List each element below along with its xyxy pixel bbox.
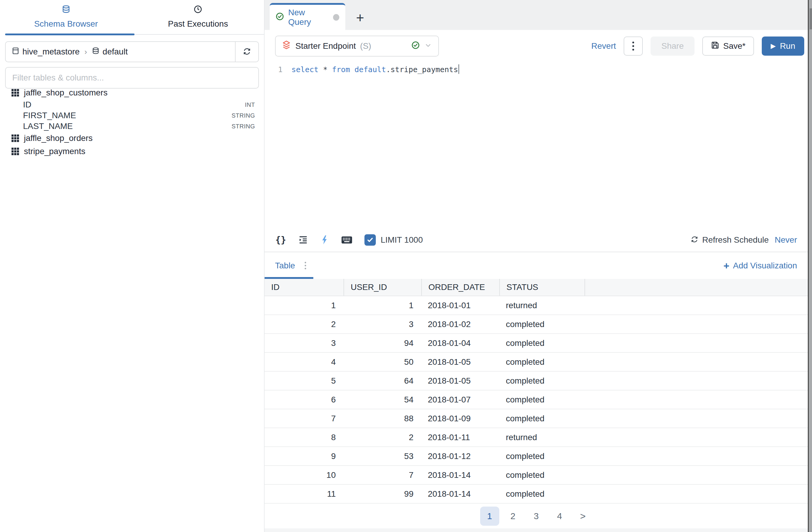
- refresh-schedule-value[interactable]: Never: [774, 235, 797, 245]
- page-button-4[interactable]: 4: [550, 507, 569, 526]
- table-row[interactable]: 232018-01-02completed: [265, 315, 808, 334]
- column-header-ID[interactable]: ID: [265, 279, 344, 296]
- query-actions: Revert Share Save* ▶: [591, 37, 804, 56]
- column-header-USER_ID[interactable]: USER_ID: [344, 279, 421, 296]
- table-cell: 99: [344, 489, 421, 499]
- indent-icon[interactable]: [298, 235, 308, 245]
- tab-past-executions[interactable]: Past Executions: [132, 0, 264, 33]
- table-row[interactable]: 112018-01-01returned: [265, 296, 808, 315]
- new-tab-button[interactable]: +: [356, 11, 364, 25]
- tab-past-executions-label: Past Executions: [168, 19, 228, 29]
- format-query-icon[interactable]: {}: [275, 235, 286, 245]
- code-token: *: [323, 65, 328, 74]
- table-row[interactable]: 11992018-01-14completed: [265, 485, 808, 504]
- column-type: INT: [245, 101, 255, 108]
- table-cell: completed: [499, 338, 584, 348]
- keyboard-shortcuts-icon[interactable]: [341, 235, 352, 245]
- column-item-ID[interactable]: IDINT: [0, 99, 264, 110]
- table-item-stripe_payments[interactable]: stripe_payments: [0, 145, 264, 158]
- refresh-schedule-label: Refresh Schedule: [702, 235, 769, 245]
- table-name: stripe_payments: [24, 146, 85, 156]
- revert-link[interactable]: Revert: [591, 41, 616, 51]
- column-item-LAST_NAME[interactable]: LAST_NAMESTRING: [0, 121, 264, 132]
- tab-new-query[interactable]: New Query: [270, 3, 345, 30]
- table-cell: 9: [265, 451, 344, 461]
- scrollbar-thumb[interactable]: [810, 9, 812, 29]
- schema-tree: jaffle_shop_customersIDINTFIRST_NAMESTRI…: [0, 86, 264, 158]
- column-item-FIRST_NAME[interactable]: FIRST_NAMESTRING: [0, 110, 264, 121]
- table-row[interactable]: 7882018-01-09completed: [265, 409, 808, 428]
- table-cell: 2018-01-04: [421, 338, 499, 348]
- table-grid-icon: [11, 134, 20, 143]
- table-row[interactable]: 3942018-01-04completed: [265, 334, 808, 353]
- run-button-label: Run: [780, 41, 795, 51]
- table-cell: 2018-01-14: [421, 489, 499, 499]
- table-cell: 2018-01-07: [421, 395, 499, 405]
- table-row[interactable]: 9532018-01-12completed: [265, 447, 808, 466]
- table-cell: 1: [344, 301, 421, 310]
- table-item-jaffle_shop_customers[interactable]: jaffle_shop_customers: [0, 86, 264, 99]
- column-header-ORDER_DATE[interactable]: ORDER_DATE: [421, 279, 499, 296]
- results-table: IDUSER_IDORDER_DATESTATUS112018-01-01ret…: [265, 279, 808, 504]
- lightning-icon[interactable]: [320, 235, 329, 245]
- next-page-button[interactable]: >: [574, 507, 593, 526]
- tab-table-results[interactable]: Table: [275, 261, 295, 270]
- table-name: jaffle_shop_customers: [24, 88, 107, 98]
- database-icon: [62, 5, 71, 16]
- endpoint-selector[interactable]: Starter Endpoint (S): [275, 36, 439, 57]
- results-header: Table + Add Visualization: [265, 252, 808, 279]
- column-header-STATUS[interactable]: STATUS: [499, 279, 584, 296]
- table-cell: 11: [265, 489, 344, 499]
- table-tab-menu-icon[interactable]: [305, 262, 306, 269]
- run-button[interactable]: ▶ Run: [762, 37, 804, 56]
- database-icon: [92, 47, 100, 57]
- page-button-3[interactable]: 3: [527, 507, 546, 526]
- more-actions-button[interactable]: [624, 37, 643, 56]
- table-cell: 5: [265, 376, 344, 386]
- code-token: from: [332, 65, 350, 74]
- limit-toggle[interactable]: LIMIT 1000: [364, 234, 423, 246]
- table-row[interactable]: 4502018-01-05completed: [265, 353, 808, 372]
- tab-schema-browser[interactable]: Schema Browser: [0, 0, 132, 33]
- limit-checkbox[interactable]: [364, 234, 376, 246]
- code-token: default: [354, 65, 386, 74]
- sidebar-tabs: Schema Browser Past Executions: [0, 0, 264, 35]
- table-cell: completed: [499, 395, 584, 405]
- table-row[interactable]: 5642018-01-05completed: [265, 372, 808, 391]
- code-token: [328, 65, 332, 74]
- page-button-1[interactable]: 1: [480, 507, 499, 526]
- code-token: [318, 65, 323, 74]
- add-visualization-button[interactable]: + Add Visualization: [724, 261, 797, 270]
- endpoint-stack-icon: [281, 40, 291, 52]
- add-visualization-label: Add Visualization: [733, 261, 797, 270]
- query-header: Starter Endpoint (S) Revert: [265, 35, 808, 57]
- table-grid-icon: [11, 88, 20, 97]
- breadcrumb-schema[interactable]: default: [92, 47, 128, 57]
- table-cell: 1: [265, 301, 344, 310]
- table-cell: 2018-01-12: [421, 451, 499, 461]
- save-button[interactable]: Save*: [702, 37, 754, 56]
- table-cell: 7: [344, 470, 421, 480]
- table-row[interactable]: 822018-01-11returned: [265, 428, 808, 447]
- table-row[interactable]: 1072018-01-14completed: [265, 466, 808, 485]
- page-button-2[interactable]: 2: [504, 507, 523, 526]
- table-cell: 94: [344, 338, 421, 348]
- table-item-jaffle_shop_orders[interactable]: jaffle_shop_orders: [0, 132, 264, 145]
- tab-schema-browser-label: Schema Browser: [34, 19, 98, 29]
- table-cell: completed: [499, 414, 584, 423]
- filter-input[interactable]: [5, 67, 259, 88]
- table-cell: completed: [499, 357, 584, 367]
- breadcrumb-catalog[interactable]: hive_metastore: [12, 47, 79, 57]
- table-cell: completed: [499, 451, 584, 461]
- table-row[interactable]: 6542018-01-07completed: [265, 391, 808, 409]
- refresh-icon: [243, 47, 251, 57]
- share-button[interactable]: Share: [651, 37, 695, 56]
- pagination: 1234>: [265, 507, 808, 526]
- window-scrollbar[interactable]: [808, 0, 812, 532]
- table-cell: 4: [265, 357, 344, 367]
- sql-editor[interactable]: 1 select * from default.stripe_payments: [265, 63, 808, 228]
- table-cell: 2018-01-05: [421, 376, 499, 386]
- table-cell: 50: [344, 357, 421, 367]
- refresh-schema-button[interactable]: [235, 42, 258, 62]
- table-cell: returned: [499, 301, 584, 310]
